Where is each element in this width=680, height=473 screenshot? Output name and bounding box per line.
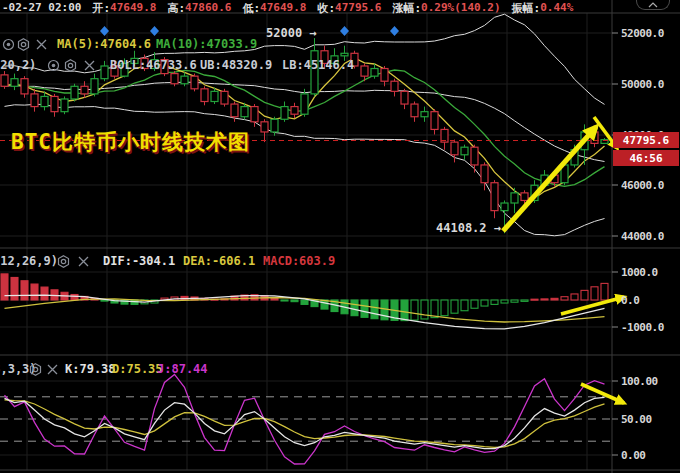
- boll-ub-readout: UB:48320.9: [200, 58, 272, 72]
- boll-settings-gear-icon[interactable]: [64, 59, 77, 72]
- current-price-badge: 47795.6: [613, 132, 679, 148]
- ma10-readout: MA(10):47033.9: [156, 37, 257, 51]
- chevron-up-icon: [648, 2, 658, 8]
- macd-close-icon[interactable]: [77, 255, 90, 268]
- kdj-close-icon[interactable]: [46, 363, 59, 376]
- main-axis-tick: 44000.0: [621, 230, 664, 243]
- low-value: 低:47649.8: [242, 1, 306, 16]
- ma5-readout: MA(5):47604.6: [57, 37, 151, 51]
- peak-annotation: 52000 →: [266, 26, 317, 40]
- trading-chart-window: -02-27 02:00 开:47649.8 高:47860.6 低:47649…: [0, 0, 680, 473]
- d-readout: D:75.35: [112, 362, 163, 376]
- dea-readout: DEA:-606.1: [183, 254, 255, 268]
- change-value: 涨幅:0.29%(140.2): [392, 1, 500, 16]
- ma-visibility-eye-icon[interactable]: [2, 38, 15, 51]
- macd-params: (12,26,9): [0, 254, 58, 268]
- k-readout: K:79.38: [65, 362, 116, 376]
- boll-close-icon[interactable]: [83, 59, 96, 72]
- ma-settings-gear-icon[interactable]: [17, 38, 30, 51]
- high-value: 高:47860.6: [167, 1, 231, 16]
- low-annotation: 44108.2 →: [436, 221, 501, 235]
- macd-axis-tick: 0.0: [621, 294, 639, 307]
- chart-watermark-title: BTC比特币小时线技术图: [11, 128, 250, 156]
- candle-countdown-badge: 46:56: [613, 150, 679, 166]
- macd-readout: MACD:603.9: [263, 254, 335, 268]
- macd-axis-tick: 1000.0: [621, 266, 658, 279]
- boll-mid-readout: BOLL:46733.6: [110, 58, 197, 72]
- boll-visibility-eye-icon[interactable]: [47, 59, 60, 72]
- main-axis-tick: 50000.0: [621, 78, 664, 91]
- amplitude-value: 振幅:0.44%: [512, 1, 574, 16]
- j-readout: J:87.44: [157, 362, 208, 376]
- main-axis-tick: 52000.0: [621, 27, 664, 40]
- kdj-axis-tick: 100.00: [621, 375, 658, 388]
- main-axis-tick: 46000.0: [621, 179, 664, 192]
- ma-close-icon[interactable]: [35, 38, 48, 51]
- boll-lb-readout: LB:45146.4: [282, 58, 354, 72]
- open-value: 开:47649.8: [92, 1, 156, 16]
- kdj-settings-gear-icon[interactable]: [29, 363, 42, 376]
- ohlc-top-bar: -02-27 02:00 开:47649.8 高:47860.6 低:47649…: [2, 1, 573, 16]
- collapse-chart-button[interactable]: [636, 0, 670, 10]
- dif-readout: DIF:-304.1: [103, 254, 175, 268]
- bar-time: -02-27 02:00: [2, 1, 81, 16]
- kdj-axis-tick: 50.00: [621, 413, 652, 426]
- macd-settings-gear-icon[interactable]: [57, 255, 70, 268]
- close-value: 收:47795.6: [317, 1, 381, 16]
- kdj-axis-tick: 0.00: [621, 449, 646, 462]
- boll-params: (20,2): [0, 58, 36, 72]
- macd-axis-tick: -1000.0: [621, 321, 664, 334]
